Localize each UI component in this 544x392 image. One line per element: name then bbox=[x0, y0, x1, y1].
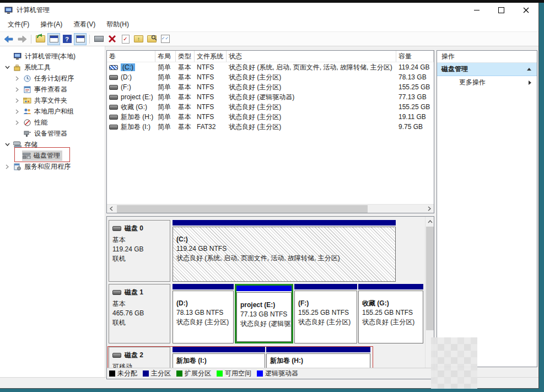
find-button[interactable] bbox=[146, 33, 158, 45]
chevron-right-icon[interactable] bbox=[14, 87, 20, 92]
menu-help[interactable]: 帮助(H) bbox=[101, 18, 134, 31]
disk-management-selected[interactable]: 磁盘管理 bbox=[22, 151, 62, 161]
volume-layout: 简单 bbox=[155, 73, 176, 82]
partition-c[interactable]: (C:) 119.24 GB NTFS 状态良好 (系统, 启动, 页面文件, … bbox=[173, 220, 396, 282]
sidebar-item-storage[interactable]: 存储 bbox=[0, 139, 105, 150]
column-header-fs[interactable]: 文件系统 bbox=[195, 51, 227, 62]
partition-size: 77.13 GB NTFS bbox=[240, 310, 288, 319]
center-pane: 卷 布局 类型 文件系统 状态 容量 (C:) 简单 基本 NTFS 状态良好 … bbox=[105, 46, 435, 377]
close-button[interactable] bbox=[514, 3, 538, 18]
partition-legend: 未分配 主分区 扩展分区 可用空间 逻辑驱动器 bbox=[107, 368, 434, 379]
volume-row-f[interactable]: (F:) 简单 基本 NTFS 状态良好 (主分区) 155.25 GB bbox=[107, 82, 434, 92]
scroll-right-arrow[interactable] bbox=[425, 205, 434, 213]
volume-type: 基本 bbox=[176, 112, 195, 122]
sidebar-item-local-users-groups[interactable]: 本地用户和组 bbox=[0, 106, 105, 117]
window-controls bbox=[464, 3, 538, 18]
scroll-up-arrow[interactable] bbox=[425, 217, 434, 225]
volume-fs: NTFS bbox=[195, 63, 227, 71]
sidebar-item-shared-folders[interactable]: 共享文件夹 bbox=[0, 95, 105, 106]
primary-partition-strip bbox=[173, 284, 234, 289]
back-button[interactable] bbox=[2, 33, 15, 45]
more-actions-item[interactable]: 更多操作 bbox=[437, 76, 537, 89]
chevron-down-icon[interactable] bbox=[4, 143, 10, 146]
device-button[interactable] bbox=[93, 33, 105, 45]
disk-name: 磁盘 0 bbox=[125, 224, 143, 233]
partition-d[interactable]: (D:) 78.13 GB NTFS 状态良好 (主分区) bbox=[173, 284, 234, 343]
minimize-icon bbox=[474, 10, 480, 10]
column-header-layout[interactable]: 布局 bbox=[155, 51, 176, 62]
volume-status: 状态良好 (主分区) bbox=[227, 112, 396, 122]
chevron-right-icon[interactable] bbox=[4, 164, 10, 169]
menu-file[interactable]: 文件(F) bbox=[2, 18, 35, 31]
sidebar-item-services-apps[interactable]: 服务和应用程序 bbox=[0, 161, 105, 172]
collapse-arrow-icon[interactable] bbox=[527, 68, 531, 71]
task-scheduler-icon bbox=[23, 74, 31, 82]
disk-type: 基本 bbox=[112, 299, 166, 309]
folder-up-button[interactable]: ↑ bbox=[132, 33, 145, 45]
delete-x-icon bbox=[109, 35, 116, 42]
chevron-down-icon[interactable] bbox=[4, 66, 10, 69]
scroll-left-arrow[interactable] bbox=[107, 205, 116, 213]
column-header-volume[interactable]: 卷 bbox=[107, 51, 155, 62]
column-header-capacity[interactable]: 容量 bbox=[396, 51, 434, 62]
sidebar-item-label: 设备管理器 bbox=[34, 129, 67, 138]
sidebar-item-device-manager[interactable]: 设备管理器 bbox=[0, 128, 105, 139]
delete-button[interactable] bbox=[106, 33, 119, 45]
volume-status: 状态良好 (主分区) bbox=[227, 73, 396, 82]
chevron-right-icon[interactable] bbox=[14, 109, 20, 114]
sidebar-item-system-tools[interactable]: 系统工具 bbox=[0, 62, 105, 73]
storage-icon bbox=[13, 141, 21, 148]
scrollbar-thumb[interactable] bbox=[426, 227, 434, 330]
volume-row-c[interactable]: (C:) 简单 基本 NTFS 状态良好 (系统, 启动, 页面文件, 活动, … bbox=[107, 62, 434, 72]
partition-e-extended[interactable]: project (E:) 77.13 GB NTFS 状态良好 (逻辑驱动器) bbox=[235, 284, 293, 343]
menu-action[interactable]: 操作(A) bbox=[35, 18, 68, 31]
checklist-button[interactable]: ✓✓ bbox=[159, 33, 171, 45]
partition-label: 新加卷 (H:) bbox=[270, 356, 367, 366]
logical-swatch bbox=[257, 370, 263, 377]
actions-disk-management-header[interactable]: 磁盘管理 bbox=[437, 63, 537, 76]
disk-1-label[interactable]: 磁盘 1 基本 465.76 GB 联机 bbox=[109, 284, 170, 343]
volume-row-e[interactable]: project (E:) 简单 基本 NTFS 状态良好 (逻辑驱动器) 77.… bbox=[107, 92, 434, 102]
menu-view[interactable]: 查看(V) bbox=[68, 18, 101, 31]
disk-name: 磁盘 1 bbox=[125, 288, 143, 297]
chevron-right-icon[interactable] bbox=[14, 98, 20, 103]
disk-size: 465.76 GB bbox=[112, 309, 166, 318]
sidebar-item-disk-management[interactable]: 磁盘管理 bbox=[0, 150, 105, 161]
volume-status: 状态良好 (系统, 启动, 页面文件, 活动, 故障转储, 主分区) bbox=[227, 63, 396, 72]
device-manager-icon bbox=[23, 130, 31, 137]
sidebar-item-root[interactable]: 计算机管理(本地) bbox=[0, 51, 105, 62]
unallocated-swatch bbox=[109, 370, 115, 377]
column-header-status[interactable]: 状态 bbox=[227, 51, 396, 62]
window-title: 计算机管理 bbox=[17, 6, 50, 15]
partition-status: 状态良好 (主分区) bbox=[176, 318, 230, 327]
show-console-tree-toggle[interactable] bbox=[47, 33, 60, 45]
volume-row-h[interactable]: 新加卷 (H:) 简单 基本 NTFS 状态良好 (主分区) 19.11 GB bbox=[107, 112, 434, 122]
help-button[interactable]: ? bbox=[61, 33, 73, 45]
logical-drive-strip bbox=[236, 286, 292, 291]
sidebar-item-label: 磁盘管理 bbox=[34, 151, 60, 160]
show-action-pane-toggle[interactable] bbox=[74, 33, 87, 45]
minimize-button[interactable] bbox=[464, 3, 489, 18]
sidebar-item-performance[interactable]: 性能 bbox=[0, 117, 105, 128]
column-header-type[interactable]: 类型 bbox=[176, 51, 195, 62]
chevron-right-icon[interactable] bbox=[14, 120, 20, 125]
volume-row-d[interactable]: (D:) 简单 基本 NTFS 状态良好 (主分区) 78.13 GB bbox=[107, 72, 434, 82]
disk-0-label[interactable]: 磁盘 0 基本 119.24 GB 联机 bbox=[109, 220, 170, 282]
forward-button[interactable] bbox=[15, 33, 28, 45]
scrollbar-thumb[interactable] bbox=[117, 205, 368, 213]
partition-f[interactable]: (F:) 155.25 GB NTFS 状态良好 (主分区) bbox=[294, 284, 357, 343]
volume-name: 新加卷 (I:) bbox=[121, 122, 150, 132]
partition-g[interactable]: 收藏 (G:) 155.25 GB NTFS 状态良好 (主分区) bbox=[358, 284, 423, 343]
volume-row-g[interactable]: 收藏 (G:) 简单 基本 NTFS 状态良好 (主分区) 155.25 GB bbox=[107, 102, 434, 112]
properties-button[interactable]: ✓ bbox=[119, 33, 132, 45]
primary-partition-strip bbox=[173, 347, 265, 352]
export-button[interactable] bbox=[34, 33, 47, 45]
chevron-right-icon[interactable] bbox=[14, 76, 20, 81]
primary-partition-strip bbox=[173, 220, 396, 225]
horizontal-scrollbar[interactable] bbox=[107, 204, 434, 213]
maximize-button[interactable] bbox=[489, 3, 514, 18]
volume-row-i[interactable]: 新加卷 (I:) 简单 基本 FAT32 状态良好 (主分区) 9.75 GB bbox=[107, 122, 434, 132]
sidebar-item-task-scheduler[interactable]: 任务计划程序 bbox=[0, 73, 105, 84]
sidebar-item-event-viewer[interactable]: 事件查看器 bbox=[0, 84, 105, 95]
sidebar-item-label: 存储 bbox=[24, 140, 37, 149]
